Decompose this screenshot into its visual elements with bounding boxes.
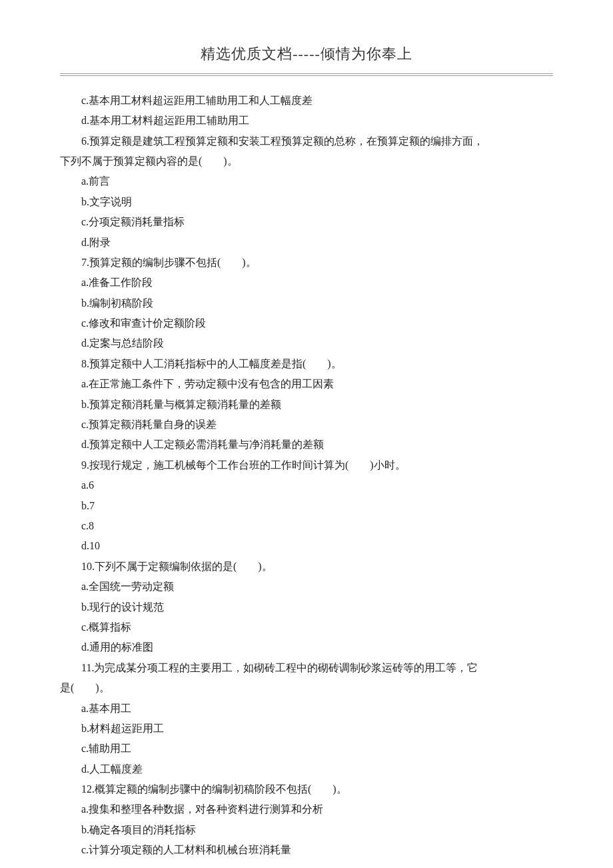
body-line: c.预算定额消耗量自身的误差 (60, 415, 553, 435)
body-line: b.确定各项目的消耗指标 (60, 820, 553, 840)
body-line: 下列不属于预算定额内容的是( )。 (60, 151, 553, 171)
body-line: 是( )。 (60, 678, 553, 698)
body-line: c.8 (60, 516, 553, 536)
body-line: c.修改和审查计价定额阶段 (60, 313, 553, 333)
body-line: 7.预算定额的编制步骤不包括( )。 (60, 253, 553, 273)
page-header: 精选优质文档-----倾情为你奉上 (60, 40, 553, 68)
body-line: b.材料超运距用工 (60, 719, 553, 739)
body-line: a.搜集和整理各种数据，对各种资料进行测算和分析 (60, 799, 553, 819)
body-line: a.前言 (60, 171, 553, 191)
body-line: c.分项定额消耗量指标 (60, 212, 553, 232)
body-line: b.文字说明 (60, 192, 553, 212)
body-line: d.基本用工材料超运距用工辅助用工 (60, 111, 553, 131)
body-line: 11.为完成某分项工程的主要用工，如砌砖工程中的砌砖调制砂浆运砖等的用工等，它 (60, 658, 553, 678)
body-line: b.现行的设计规范 (60, 597, 553, 617)
body-line: d.人工幅度差 (60, 759, 553, 779)
body-content: c.基本用工材料超运距用工辅助用工和人工幅度差d.基本用工材料超运距用工辅助用工… (60, 91, 553, 861)
body-line: d.10 (60, 536, 553, 556)
body-line: c.概算指标 (60, 617, 553, 637)
body-line: d.附录 (60, 233, 553, 253)
body-line: a.在正常施工条件下，劳动定额中没有包含的用工因素 (60, 374, 553, 394)
body-line: 8.预算定额中人工消耗指标中的人工幅度差是指( )。 (60, 354, 553, 374)
body-line: c.辅助用工 (60, 739, 553, 759)
body-line: b.7 (60, 496, 553, 516)
body-line: b.编制初稿阶段 (60, 293, 553, 313)
body-line: c.基本用工材料超运距用工辅助用工和人工幅度差 (60, 91, 553, 111)
body-line: c.计算分项定额的人工材料和机械台班消耗量 (60, 840, 553, 860)
body-line: b.预算定额消耗量与概算定额消耗量的差额 (60, 395, 553, 415)
body-line: 10.下列不属于定额编制依据的是( )。 (60, 557, 553, 577)
body-line: d.定案与总结阶段 (60, 333, 553, 353)
body-line: a.6 (60, 475, 553, 495)
body-line: a.全国统一劳动定额 (60, 577, 553, 597)
body-line: 6.预算定额是建筑工程预算定额和安装工程预算定额的总称，在预算定额的编排方面， (60, 131, 553, 151)
document-page: 精选优质文档-----倾情为你奉上 c.基本用工材料超运距用工辅助用工和人工幅度… (0, 0, 613, 868)
body-line: d.通用的标准图 (60, 637, 553, 657)
body-line: a.基本用工 (60, 699, 553, 719)
body-line: 9.按现行规定，施工机械每个工作台班的工作时间计算为( )小时。 (60, 455, 553, 475)
header-rule (60, 72, 553, 79)
body-line: d.预算定额中人工定额必需消耗量与净消耗量的差额 (60, 435, 553, 455)
body-line: 12.概算定额的编制步骤中的编制初稿阶段不包括( )。 (60, 779, 553, 799)
body-line: a.准备工作阶段 (60, 273, 553, 293)
